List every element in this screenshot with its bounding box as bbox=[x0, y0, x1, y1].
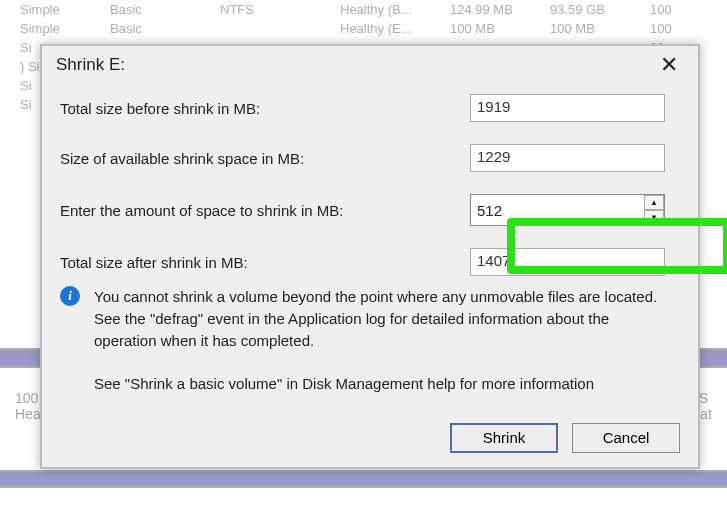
spinner-down-icon[interactable]: ▼ bbox=[644, 210, 664, 225]
shrink-amount-field[interactable]: ▲ ▼ bbox=[470, 194, 665, 226]
label-total-after: Total size after shrink in MB: bbox=[60, 254, 470, 271]
label-enter-amount: Enter the amount of space to shrink in M… bbox=[60, 202, 470, 219]
dialog-title: Shrink E: bbox=[56, 55, 125, 75]
shrink-amount-input[interactable] bbox=[470, 194, 665, 226]
shrink-dialog: Shrink E: ✕ Total size before shrink in … bbox=[40, 44, 700, 469]
value-total-before: 1919 bbox=[470, 94, 665, 122]
cancel-button[interactable]: Cancel bbox=[572, 423, 680, 453]
info-icon: i bbox=[60, 286, 80, 306]
info-text: You cannot shrink a volume beyond the po… bbox=[94, 286, 680, 351]
label-available: Size of available shrink space in MB: bbox=[60, 150, 470, 167]
spinner-up-icon[interactable]: ▲ bbox=[644, 195, 664, 210]
value-available: 1229 bbox=[470, 144, 665, 172]
close-icon[interactable]: ✕ bbox=[654, 54, 684, 76]
help-text: See "Shrink a basic volume" in Disk Mana… bbox=[94, 375, 680, 392]
label-total-before: Total size before shrink in MB: bbox=[60, 100, 470, 117]
titlebar: Shrink E: ✕ bbox=[42, 46, 698, 80]
shrink-button[interactable]: Shrink bbox=[450, 423, 558, 453]
value-total-after: 1407 bbox=[470, 248, 665, 276]
